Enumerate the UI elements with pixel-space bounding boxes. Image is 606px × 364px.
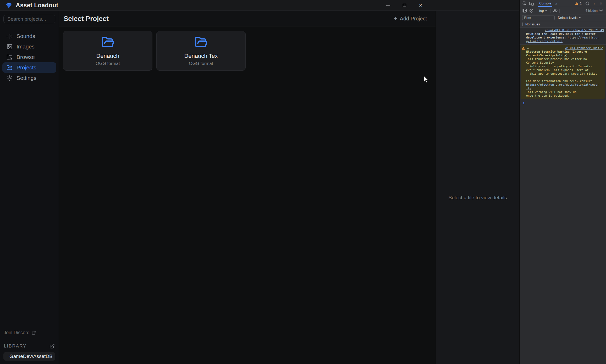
active-tab-underline (538, 6, 552, 7)
details-empty-text: Select a file to view details (436, 195, 519, 201)
issues-label: No Issues (525, 23, 540, 26)
main-header: Select Project + Add Project (59, 11, 436, 26)
javascript-context-selector[interactable]: top (537, 7, 549, 14)
window-controls: × (384, 1, 514, 10)
issues-bar[interactable]: No Issues (520, 21, 606, 27)
sidebar-item-images[interactable]: Images (2, 41, 56, 52)
minimize-icon (386, 5, 390, 5)
project-card-denauch[interactable]: Denauch OGG format (63, 31, 152, 71)
warning-triangle-icon (575, 2, 579, 5)
eye-icon (553, 9, 558, 13)
expand-caret-icon[interactable]: ▶ (527, 46, 529, 50)
create-live-expression-button[interactable] (552, 7, 558, 14)
details-panel: Select a file to view details (436, 11, 519, 364)
sidebar-item-label: Settings (16, 75, 36, 81)
titlebar: Asset Loadout × (0, 0, 519, 11)
sidebar-panel-icon (522, 8, 527, 13)
maximize-icon (403, 4, 406, 7)
sidebar-item-label: Projects (16, 64, 36, 71)
warning-body: This renderer process has either no Cont… (526, 57, 597, 83)
console-filter-input[interactable] (522, 15, 555, 20)
sidebar-item-sounds[interactable]: Sounds (2, 31, 56, 41)
console-settings-button[interactable] (598, 7, 604, 14)
app-logo-icon (5, 2, 12, 9)
main-panel: Select Project + Add Project Denauch OGG… (59, 11, 436, 364)
chevron-down-icon (545, 10, 547, 11)
sidebar-item-label: Sounds (16, 33, 35, 39)
source-link[interactable]: VM1044 renderer_init:2 (565, 46, 603, 50)
more-tabs-button[interactable]: » (553, 1, 559, 5)
clear-console-button[interactable] (528, 7, 535, 14)
log-levels-dropdown[interactable]: Default levels (558, 16, 581, 20)
devtools-settings-button[interactable] (584, 0, 591, 7)
join-discord-link[interactable]: Join Discord (0, 330, 59, 340)
sidebar-item-label: Browse (16, 54, 35, 60)
inspect-element-button[interactable] (521, 0, 528, 7)
warning-body-end: . This warning will not show up once the… (526, 87, 576, 97)
minimize-button[interactable] (384, 1, 393, 10)
add-project-label: Add Project (400, 16, 427, 22)
gear-icon (7, 75, 13, 81)
close-icon: × (419, 2, 422, 8)
gear-icon (585, 1, 590, 5)
project-format: OGG format (96, 61, 120, 66)
sidebar-item-projects[interactable]: Projects (2, 62, 56, 73)
devtools-menu-button[interactable]: ⋮ (591, 0, 598, 7)
warning-triangle-icon (522, 47, 525, 50)
external-link-icon[interactable] (49, 344, 55, 349)
sidebar-bottom: Join Discord LIBRARY GameDev/AssetDB (0, 330, 59, 364)
separator (559, 9, 560, 13)
tab-console-label: Console (539, 2, 551, 5)
sidebar-item-browse[interactable]: Browse (2, 52, 56, 62)
console-prompt[interactable]: ❯ (520, 99, 606, 105)
close-icon: ✕ (600, 2, 603, 5)
warning-count: 1 (580, 2, 582, 5)
close-button[interactable]: × (416, 1, 425, 10)
source-link[interactable]: chunk-BCXODTBQ.js?v=8d728290:21549 (545, 29, 604, 32)
sidebar-item-settings[interactable]: Settings (2, 73, 56, 83)
page-title: Select Project (64, 15, 109, 23)
tab-console[interactable]: Console (537, 0, 553, 7)
gear-icon (599, 9, 603, 13)
folder-open-icon (195, 36, 208, 49)
console-messages: chunk-BCXODTBQ.js?v=8d728290:21549 Downl… (520, 27, 606, 105)
library-section: LIBRARY GameDev/AssetDB (0, 340, 59, 364)
warning-heading: Electron Security Warning (Insecure Cont… (526, 50, 599, 57)
maximize-button[interactable] (400, 1, 409, 10)
devtools-tabbar: Console » 1 ⋮ ✕ (520, 0, 606, 7)
log-levels-label: Default levels (558, 16, 577, 20)
console-toolbar: top 6 hidden (520, 7, 606, 14)
console-message-react-devtools: chunk-BCXODTBQ.js?v=8d728290:21549 Downl… (520, 27, 606, 45)
show-console-sidebar-button[interactable] (521, 7, 528, 14)
app-title: Asset Loadout (16, 2, 58, 9)
chevron-down-icon (579, 17, 581, 18)
separator (583, 1, 583, 5)
folder-open-icon (7, 65, 13, 71)
device-toolbar-icon (529, 1, 534, 6)
electron-security-link[interactable]: https://electronjs.org/docs/tutorial/sec… (526, 83, 599, 90)
audio-lines-icon (7, 33, 13, 39)
devtools-close-button[interactable]: ✕ (598, 0, 604, 7)
project-format: OGG format (189, 61, 213, 66)
project-card-denauch-tex[interactable]: Denauch Tex OGG format (156, 31, 246, 71)
warning-counter-badge[interactable]: 1 (575, 2, 582, 5)
project-name: Denauch (96, 53, 119, 59)
separator (536, 9, 536, 13)
app-window: Asset Loadout × Sounds Images Browse (0, 0, 519, 364)
inspect-icon (522, 1, 527, 6)
join-discord-label: Join Discord (4, 330, 30, 335)
sidebar-item-label: Images (16, 43, 35, 50)
toggle-device-toolbar-button[interactable] (528, 0, 535, 7)
clear-console-icon (529, 9, 533, 13)
library-heading: LIBRARY (4, 344, 26, 349)
project-name: Denauch Tex (184, 53, 218, 59)
add-project-button[interactable]: + Add Project (394, 15, 427, 22)
search-input[interactable] (3, 15, 55, 23)
dots-menu-icon: ⋮ (592, 1, 596, 6)
console-filter-bar: Default levels (520, 14, 606, 21)
project-grid: Denauch OGG format Denauch Tex OGG forma… (59, 26, 436, 75)
folder-search-icon (7, 54, 13, 60)
sidebar-nav: Sounds Images Browse Projects Settings (0, 31, 59, 83)
image-icon (7, 44, 13, 50)
library-item-gamedev-assetdb[interactable]: GameDev/AssetDB (3, 352, 55, 361)
